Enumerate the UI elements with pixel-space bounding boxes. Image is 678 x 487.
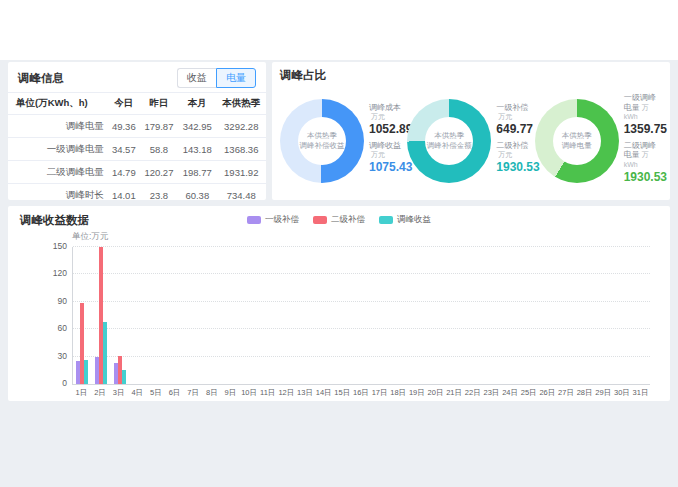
- stat-income: 调峰收益万元 1075.43: [369, 141, 407, 175]
- x-axis-tick-label: 11日: [258, 385, 277, 398]
- legend-item[interactable]: 一级补偿: [247, 214, 299, 226]
- stat-value-accent: 1075.43: [369, 160, 407, 175]
- stat-level1: 一级补偿万元 649.77: [496, 103, 534, 137]
- bar-group-8日: [203, 247, 222, 384]
- bar-group-2日: [92, 247, 111, 384]
- x-axis-tick-label: 4日: [128, 385, 147, 398]
- stat-level2-electricity: 二级调峰电量万kWh 1930.53: [624, 141, 662, 185]
- table-row: 调峰时长 14.01 23.8 60.38 734.48: [8, 184, 266, 201]
- x-axis-tick-label: 5日: [147, 385, 166, 398]
- legend-item[interactable]: 调峰收益: [379, 214, 431, 226]
- donut-block-electricity: 本供热季 调峰电量 一级调峰电量万kWh 1359.75 二级调峰电量万kWh …: [535, 93, 662, 189]
- x-axis-tick-label: 22日: [463, 385, 482, 398]
- x-axis-tick-label: 3日: [109, 385, 128, 398]
- bar-group-26日: [538, 247, 557, 384]
- x-axis-tick-label: 31日: [631, 385, 650, 398]
- donut-block-compensation-income: 本供热季 调峰补偿收益 调峰成本万元 1052.89 调峰收益万元 1075.4…: [280, 93, 407, 189]
- x-axis-tick-label: 2日: [91, 385, 110, 398]
- chart-legend: 一级补偿二级补偿调峰收益: [20, 214, 658, 226]
- toggle-income-button[interactable]: 收益: [177, 68, 216, 88]
- cell: 1931.92: [217, 161, 267, 184]
- bar-调峰收益[interactable]: [103, 322, 107, 384]
- col-season: 本供热季: [217, 93, 267, 115]
- col-month: 本月: [178, 93, 216, 115]
- x-axis-tick-label: 14日: [314, 385, 333, 398]
- x-axis-tick-label: 26日: [538, 385, 557, 398]
- legend-marker: [379, 216, 393, 224]
- stat-level2: 二级补偿万元 1930.53: [496, 141, 534, 175]
- bar-group-13日: [296, 247, 315, 384]
- bar-group-17日: [371, 247, 390, 384]
- bar-group-4日: [129, 247, 148, 384]
- donut-stats: 一级调峰电量万kWh 1359.75 二级调峰电量万kWh 1930.53: [624, 93, 662, 189]
- cell: 143.18: [178, 138, 216, 161]
- x-axis-tick-label: 16日: [352, 385, 371, 398]
- x-axis-tick-label: 24日: [501, 385, 520, 398]
- bar-slots: [73, 247, 650, 384]
- stat-value: 1052.89: [369, 122, 407, 137]
- x-axis-tick-label: 7日: [184, 385, 203, 398]
- x-axis-tick-label: 10日: [240, 385, 259, 398]
- x-axis-tick-label: 6日: [165, 385, 184, 398]
- chart-header: 调峰收益数据 一级补偿二级补偿调峰收益: [20, 213, 658, 231]
- col-today: 今日: [108, 93, 140, 115]
- y-axis-tick-label: 0: [62, 378, 67, 388]
- stat-cost: 调峰成本万元 1052.89: [369, 103, 407, 137]
- cell: 120.27: [140, 161, 178, 184]
- cell: 14.01: [108, 184, 140, 201]
- bar-group-12日: [278, 247, 297, 384]
- x-axis-tick-label: 30日: [613, 385, 632, 398]
- donut-center-label: 本供热季 调峰补偿收益: [280, 99, 364, 183]
- table-row: 二级调峰电量 14.79 120.27 198.77 1931.92: [8, 161, 266, 184]
- bar-group-9日: [222, 247, 241, 384]
- x-axis-tick-label: 13日: [296, 385, 315, 398]
- bar-group-25日: [520, 247, 539, 384]
- x-axis-tick-label: 21日: [445, 385, 464, 398]
- top-whitespace: [0, 0, 678, 60]
- bar-group-18日: [389, 247, 408, 384]
- bar-调峰收益[interactable]: [84, 360, 88, 384]
- row-label: 调峰电量: [8, 115, 108, 138]
- cell: 3292.28: [217, 115, 267, 138]
- bar-group-23日: [482, 247, 501, 384]
- peak-info-title: 调峰信息: [18, 71, 64, 86]
- cell: 14.79: [108, 161, 140, 184]
- cell: 179.87: [140, 115, 178, 138]
- x-axis-tick-label: 23日: [482, 385, 501, 398]
- bar-plot[interactable]: 0306090120150: [72, 247, 650, 385]
- bar-group-1日: [73, 247, 92, 384]
- stat-value-accent: 1930.53: [624, 170, 662, 185]
- table-row: 一级调峰电量 34.57 58.8 143.18 1368.36: [8, 138, 266, 161]
- bar-调峰收益[interactable]: [122, 370, 126, 384]
- donut-stats: 调峰成本万元 1052.89 调峰收益万元 1075.43: [369, 103, 407, 179]
- toggle-electricity-button[interactable]: 电量: [216, 68, 256, 88]
- legend-marker: [313, 216, 327, 224]
- table-header-row: 单位(万KWh、h) 今日 昨日 本月 本供热季: [8, 93, 266, 115]
- cell: 34.57: [108, 138, 140, 161]
- bar-group-24日: [501, 247, 520, 384]
- donut-chart-income[interactable]: 本供热季 调峰补偿收益: [280, 99, 364, 183]
- peak-income-chart-panel: 调峰收益数据 一级补偿二级补偿调峰收益 单位:万元 0306090120150 …: [8, 206, 670, 401]
- cell: 23.8: [140, 184, 178, 201]
- chart-unit-label: 单位:万元: [72, 231, 658, 243]
- cell: 198.77: [178, 161, 216, 184]
- y-axis-tick-label: 60: [58, 323, 67, 333]
- legend-marker: [247, 216, 261, 224]
- x-axis-tick-label: 25日: [519, 385, 538, 398]
- donut-chart-amount[interactable]: 本供热季 调峰补偿金额: [407, 99, 491, 183]
- donut-chart-electricity[interactable]: 本供热季 调峰电量: [535, 99, 619, 183]
- stat-value: 649.77: [496, 122, 534, 137]
- x-axis-tick-label: 17日: [370, 385, 389, 398]
- top-row: 调峰信息 收益 电量 单位(万KWh、h) 今日 昨日 本月 本供热季: [8, 62, 670, 200]
- row-label: 调峰时长: [8, 184, 108, 201]
- bar-group-5日: [147, 247, 166, 384]
- cell: 734.48: [217, 184, 267, 201]
- metric-toggle: 收益 电量: [177, 68, 256, 88]
- plot-area: 0306090120150 1日2日3日4日5日6日7日8日9日10日11日12…: [72, 247, 650, 398]
- legend-item[interactable]: 二级补偿: [313, 214, 365, 226]
- bar-group-11日: [259, 247, 278, 384]
- y-axis-tick-label: 30: [58, 351, 67, 361]
- bar-group-29日: [594, 247, 613, 384]
- y-axis-tick-label: 120: [53, 268, 67, 278]
- x-axis-tick-label: 1日: [72, 385, 91, 398]
